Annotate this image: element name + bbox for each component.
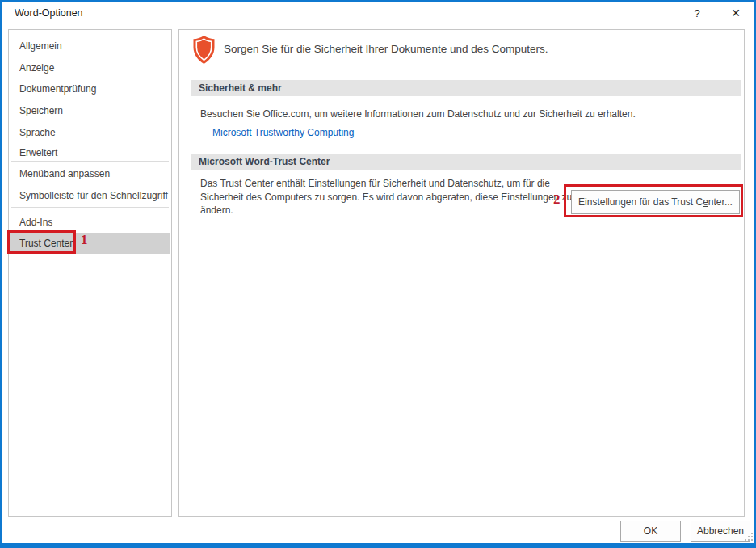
close-icon[interactable]: ✕: [722, 2, 750, 24]
window-border-left: [0, 0, 2, 548]
section-header-trust-center: Microsoft Word-Trust Center: [191, 154, 741, 170]
window-border-top: [0, 0, 756, 2]
security-shield-icon: [192, 35, 216, 65]
ok-button[interactable]: OK: [620, 521, 681, 542]
sidebar-item-anzeige[interactable]: Anzeige: [10, 57, 170, 78]
sidebar-item-trust-center[interactable]: Trust Center: [10, 233, 170, 254]
annotation-number-step1: 1: [81, 232, 88, 248]
security-description: Besuchen Sie Office.com, um weitere Info…: [200, 107, 717, 121]
trustworthy-computing-link[interactable]: Microsoft Trustworthy Computing: [212, 127, 354, 138]
title-bar[interactable]: Word-Optionen ? ✕: [0, 0, 756, 27]
trust-center-settings-button[interactable]: Einstellungen für das Trust Center...: [571, 190, 740, 214]
trust-center-page: Sorgen Sie für die Sicherheit Ihrer Doku…: [178, 29, 745, 517]
button-label-suffix: nter...: [708, 196, 733, 208]
options-sidebar: Allgemein Anzeige Dokumentprüfung Speich…: [8, 29, 172, 517]
sidebar-item-symbolleiste[interactable]: Symbolleiste für den Schnellzugriff: [10, 185, 170, 206]
sidebar-item-sprache[interactable]: Sprache: [10, 122, 170, 143]
sidebar-item-menueband[interactable]: Menüband anpassen: [10, 163, 170, 184]
annotation-number-step2: 2: [553, 192, 561, 208]
resize-grip[interactable]: [745, 533, 754, 542]
window-border-bottom: [0, 543, 756, 548]
sidebar-item-allgemein[interactable]: Allgemein: [10, 36, 170, 57]
button-label-prefix: Einstellungen für das Trust C: [578, 196, 703, 208]
sidebar-item-dokumentpruefung[interactable]: Dokumentprüfung: [10, 78, 170, 99]
trust-center-description: Das Trust Center enthält Einstellungen f…: [200, 177, 573, 217]
word-options-dialog: Word-Optionen ? ✕ Allgemein Anzeige Doku…: [0, 0, 756, 548]
button-label-accesskey: e: [703, 196, 708, 208]
cancel-button[interactable]: Abbrechen: [691, 521, 750, 542]
page-intro-text: Sorgen Sie für die Sicherheit Ihrer Doku…: [224, 43, 548, 55]
sidebar-item-speichern[interactable]: Speichern: [10, 100, 170, 121]
dialog-title: Word-Optionen: [15, 7, 83, 19]
sidebar-separator: [11, 207, 169, 208]
help-icon[interactable]: ?: [683, 2, 711, 24]
sidebar-separator: [11, 161, 169, 162]
section-header-security: Sicherheit & mehr: [191, 80, 741, 96]
sidebar-item-addins[interactable]: Add-Ins: [10, 212, 170, 233]
